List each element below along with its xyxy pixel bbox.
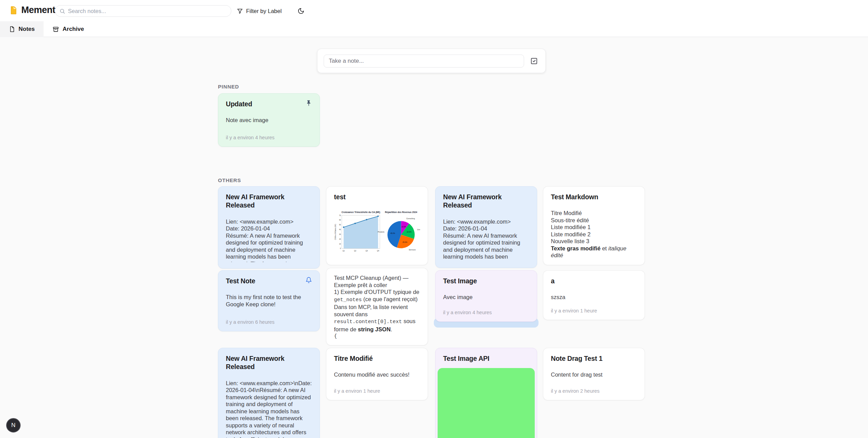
notes-grid: New AI Framework Released Lien: <www.exa… (218, 186, 645, 438)
note-body: Titre Modifié Sous-titre édité Liste mod… (551, 210, 637, 259)
pin-button[interactable] (305, 100, 312, 106)
svg-text:Q4: Q4 (377, 250, 379, 252)
tab-archive[interactable]: Archive (44, 21, 93, 37)
note-body: This is my first note to test the Google… (226, 294, 312, 308)
moon-icon (298, 8, 304, 14)
note-card-test-note[interactable]: Test Note This is my first note to test … (218, 270, 320, 331)
note-card-ai-framework-1[interactable]: New AI Framework Released Lien: <www.exa… (218, 186, 320, 269)
note-title: Test Image (443, 277, 529, 285)
svg-text:20.0%: 20.0% (407, 232, 412, 233)
search-box[interactable] (55, 5, 231, 17)
svg-text:10.0%: 10.0% (401, 226, 406, 228)
svg-text:Q2: Q2 (354, 250, 356, 252)
search-icon (59, 8, 65, 14)
svg-text:45.0%: 45.0% (390, 233, 395, 234)
svg-text:Produits: Produits (378, 231, 384, 233)
tab-archive-label: Archive (62, 26, 84, 33)
svg-text:Licences: Licences (417, 228, 420, 230)
app-header: Memento Filter by Label (0, 0, 868, 21)
note-card-test-image-api[interactable]: Test Image API (435, 348, 537, 438)
note-card-titre-modifie[interactable]: Titre Modifié Contenu modifié avec succè… (326, 348, 428, 400)
note-title: test (334, 193, 420, 201)
notes-file-icon (9, 26, 15, 32)
note-card-ai-framework-3[interactable]: New AI Framework Released Lien: <www.exa… (218, 348, 320, 438)
note-timestamp: il y a environ 6 heures (226, 315, 312, 325)
note-card-drag-test[interactable]: Note Drag Test 1 Content for drag test i… (543, 348, 645, 400)
svg-text:30: 30 (339, 234, 341, 235)
svg-text:Croissance Trimestrielle du CA: Croissance Trimestrielle du CA (M€) (342, 211, 380, 214)
svg-text:50: 50 (339, 224, 341, 226)
note-body: szsza (551, 294, 637, 301)
archive-icon (53, 26, 59, 33)
svg-text:Q1: Q1 (343, 250, 345, 252)
note-card-test-markdown[interactable]: Test Markdown Titre Modifié Sous-titre é… (543, 186, 645, 265)
note-body: Lien: <www.example.com> Date: 2026-01-04… (226, 218, 312, 262)
note-title: Note Drag Test 1 (551, 354, 637, 363)
filter-by-label-button[interactable]: Filter by Label (237, 5, 282, 17)
svg-text:40: 40 (339, 229, 341, 230)
tab-notes[interactable]: Notes (0, 21, 44, 37)
note-card-updated[interactable]: Updated Note avec image il y a environ 4… (218, 93, 320, 147)
svg-text:Répartition des Revenus 2024: Répartition des Revenus 2024 (385, 211, 417, 214)
note-body: Avec image (443, 294, 529, 301)
note-card-test-charts[interactable]: test Croissance Trimestrielle du CA (M€)… (326, 186, 428, 265)
reminder-button[interactable] (305, 277, 312, 283)
app-logo: Memento (9, 5, 61, 15)
check-square-icon (530, 57, 538, 65)
note-body: Content for drag test (551, 371, 637, 378)
code-block: { "jsonrpc": "2.0", "id": 4,… (334, 333, 420, 339)
note-timestamp: il y a environ 4 heures (226, 130, 312, 140)
note-image-green (438, 368, 535, 438)
note-title: Test Markdown (551, 193, 637, 201)
take-a-note-input[interactable] (324, 55, 524, 68)
note-card-mcp-cleanup[interactable]: Test MCP Cleanup (Agent) — Exemple prêt … (326, 268, 428, 345)
svg-text:20: 20 (339, 238, 341, 240)
pinned-section-label: PINNED (218, 84, 239, 90)
bell-icon (305, 277, 312, 283)
note-card-ai-framework-2[interactable]: New AI Framework Released Lien: <www.exa… (435, 186, 537, 268)
note-body: Lien: <www.example.com>\nDate: 2026-01-0… (226, 380, 312, 438)
note-timestamp: il y a environ 2 heures (551, 383, 637, 394)
note-body: Lien: <www.example.com> Date: 2026-01-04… (443, 218, 529, 261)
note-body: Test MCP Cleanup (Agent) — Exemple prêt … (334, 274, 420, 339)
svg-text:0: 0 (340, 248, 341, 250)
note-body: Contenu modifié avec succès! (334, 371, 420, 378)
pin-icon (305, 100, 312, 106)
svg-text:Consulting: Consulting (406, 217, 415, 220)
user-avatar[interactable]: N (6, 418, 21, 433)
charts-svg: Croissance Trimestrielle du CA (M€)01020… (334, 206, 420, 259)
filter-by-label-text: Filter by Label (246, 8, 282, 14)
note-title: Test Image API (443, 354, 529, 363)
tab-notes-label: Notes (19, 26, 35, 33)
svg-text:10: 10 (339, 243, 341, 245)
note-title: Updated (226, 100, 252, 108)
note-chart-image: Croissance Trimestrielle du CA (M€)01020… (334, 206, 420, 259)
note-title: New AI Framework Released (226, 354, 312, 371)
avatar-initial: N (11, 422, 15, 429)
dark-mode-toggle[interactable] (296, 6, 306, 16)
memento-file-icon (9, 6, 18, 15)
note-title: a (551, 277, 637, 285)
note-card-a[interactable]: a szsza il y a environ 1 heure (543, 270, 645, 320)
note-title: New AI Framework Released (443, 193, 529, 210)
note-timestamp: il y a environ 1 heure (551, 303, 637, 313)
filter-funnel-icon (237, 8, 243, 14)
others-section-label: OTHERS (218, 177, 241, 183)
svg-text:Q3: Q3 (366, 250, 368, 252)
svg-text:Services: Services (409, 249, 416, 251)
note-composer[interactable] (317, 49, 546, 73)
note-title: Test Note (226, 277, 255, 285)
tab-bar: Notes Archive (0, 21, 868, 37)
note-title: Titre Modifié (334, 354, 420, 363)
note-timestamp: il y a environ 1 heure (334, 383, 420, 394)
search-input[interactable] (68, 8, 227, 14)
note-title: New AI Framework Released (226, 193, 312, 210)
note-timestamp: il y a environ 4 heures (443, 305, 529, 315)
new-checklist-button[interactable] (529, 56, 539, 66)
svg-text:Chiffre d'Affaires (M€): Chiffre d'Affaires (M€) (335, 224, 336, 240)
svg-text:60: 60 (339, 220, 341, 221)
svg-text:70: 70 (339, 215, 341, 216)
svg-text:25.0%: 25.0% (403, 241, 407, 243)
note-body: Note avec image (226, 117, 312, 124)
note-card-test-image[interactable]: Test Image Avec image il y a environ 4 h… (435, 270, 537, 322)
